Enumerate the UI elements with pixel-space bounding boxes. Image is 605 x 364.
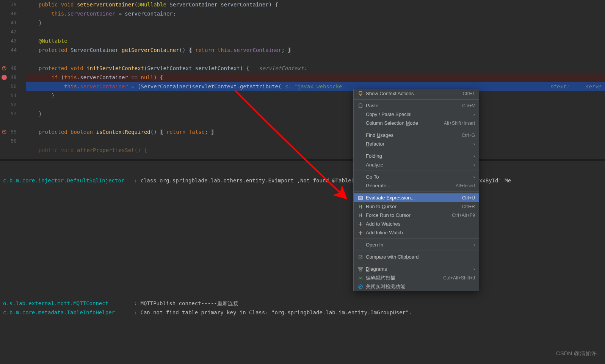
menu-item[interactable]: Find UsagesCtrl+G <box>354 131 479 140</box>
menu-item[interactable]: Open In› <box>354 240 479 249</box>
menu-item[interactable]: Show Context ActionsCtrl+1 <box>354 89 479 98</box>
code-line[interactable] <box>26 27 605 36</box>
code-line[interactable]: protected boolean isContextRequired() { … <box>26 127 605 136</box>
code-line[interactable] <box>26 136 605 146</box>
menu-item-label: Copy / Paste Special <box>366 111 470 117</box>
menu-item-label: Go To <box>366 174 470 180</box>
menu-item[interactable]: Force Run to CursorCtrl+Alt+F9 <box>354 211 479 220</box>
menu-item-shortcut: Ctrl+V <box>462 103 475 108</box>
menu-item[interactable]: Generate...Alt+Insert <box>354 181 479 190</box>
menu-item-shortcut: Ctrl+G <box>462 133 475 138</box>
code-line[interactable]: } <box>26 91 605 100</box>
menu-item[interactable]: Run to CursorCtrl+R <box>354 202 479 211</box>
code-area[interactable]: public void setServerContainer(@Nullable… <box>26 0 605 159</box>
svg-rect-17 <box>361 267 362 268</box>
menu-item[interactable]: 编码规约扫描Ctrl+Alt+Shift+J <box>354 273 479 282</box>
submenu-arrow-icon: › <box>473 153 475 159</box>
code-line[interactable] <box>26 55 605 64</box>
menu-item-label: Paste <box>366 103 458 108</box>
menu-item[interactable]: Evaluate Expression...Ctrl+U <box>354 193 479 202</box>
menu-item[interactable]: Analyze› <box>354 160 479 169</box>
code-line[interactable]: public void afterPropertiesSet() { <box>26 146 605 155</box>
selected-code-line[interactable]: this.serverContainer = (ServerContainer)… <box>26 82 605 91</box>
code-line[interactable]: protected void initServletContext(Servle… <box>26 64 605 73</box>
console-line: c.b.m.core.metadata.TableInfoHelper : Ca… <box>3 308 602 317</box>
menu-separator <box>354 150 479 150</box>
menu-separator <box>354 263 479 263</box>
line-number: 50 <box>0 82 26 91</box>
code-line[interactable] <box>26 100 605 109</box>
menu-item[interactable]: Go To› <box>354 173 479 181</box>
submenu-arrow-icon: › <box>473 111 475 117</box>
menu-item-shortcut: Alt+Shift+Insert <box>444 121 475 126</box>
menu-item[interactable]: Add Inline Watch <box>354 228 479 237</box>
menu-separator <box>354 251 479 251</box>
code-line[interactable]: if (this.serverContainer == null) { <box>26 73 605 82</box>
clip-icon <box>357 254 364 260</box>
menu-item-shortcut: Alt+Insert <box>456 183 475 188</box>
code-line[interactable] <box>26 118 605 127</box>
code-line[interactable]: public void setServerContainer(@Nullable… <box>26 0 605 9</box>
menu-item-label: Folding <box>366 153 470 159</box>
svg-rect-13 <box>361 205 362 209</box>
console-line: o.s.lab.external.mqtt.MQTTConnect : MQTT… <box>3 299 602 308</box>
code-line[interactable]: protected ServerContainer getServerConta… <box>26 46 605 55</box>
context-menu[interactable]: Show Context ActionsCtrl+1PasteCtrl+VCop… <box>353 89 479 291</box>
menu-item-label: 关闭实时检测功能 <box>366 283 475 290</box>
console-line: c.b.m.core.injector.DefaultSqlInjector :… <box>3 176 602 185</box>
menu-item-label: Open In <box>366 242 470 248</box>
line-number <box>0 118 26 127</box>
menu-item-label: Generate... <box>366 183 451 188</box>
blank-icon <box>357 242 364 248</box>
svg-rect-6 <box>359 196 362 197</box>
svg-point-12 <box>361 199 362 199</box>
menu-item-shortcut: Ctrl+Alt+F9 <box>452 213 475 218</box>
menu-item[interactable]: Refactor› <box>354 140 479 148</box>
blank-icon <box>357 132 364 138</box>
diag-icon <box>357 266 364 272</box>
blank-icon <box>357 120 364 126</box>
svg-rect-14 <box>361 213 362 217</box>
code-line[interactable]: this.serverContainer = serverContainer; <box>26 9 605 18</box>
line-number: 41 <box>0 18 26 27</box>
line-number: 43 <box>0 36 26 46</box>
menu-item[interactable]: Column Selection ModeAlt+Shift+Insert <box>354 119 479 127</box>
menu-item[interactable]: Compare with Clipboard <box>354 253 479 261</box>
line-number: 52 <box>0 100 26 109</box>
line-number: 39 <box>0 0 26 9</box>
console-panel[interactable]: c.b.m.core.injector.DefaultSqlInjector :… <box>0 161 605 364</box>
menu-item-shortcut: Ctrl+U <box>462 195 475 201</box>
menu-item-label: Show Context Actions <box>366 91 458 96</box>
menu-item-label: Run to Cursor <box>366 204 458 209</box>
menu-item-label: Evaluate Expression... <box>366 195 458 201</box>
blank-icon <box>357 141 364 147</box>
code-editor[interactable]: 39 40 41 42 43 44 48 49 50 51 52 53 55 5… <box>0 0 605 159</box>
code-line[interactable]: @Nullable <box>26 36 605 46</box>
line-number: 51 <box>0 91 26 100</box>
menu-item[interactable]: Copy / Paste Special› <box>354 110 479 119</box>
breakpoint-icon[interactable] <box>2 75 7 80</box>
line-number <box>0 55 26 64</box>
menu-item-label: Refactor <box>366 141 470 147</box>
calc-icon <box>357 195 364 201</box>
menu-item[interactable]: PasteCtrl+V <box>354 101 479 110</box>
svg-point-11 <box>360 199 361 199</box>
code-line[interactable]: } <box>26 109 605 118</box>
code-line[interactable]: } <box>26 18 605 27</box>
svg-point-7 <box>359 198 360 199</box>
menu-item[interactable]: Folding› <box>354 152 479 160</box>
menu-separator <box>354 171 479 171</box>
line-number: 53 <box>0 109 26 118</box>
menu-item-shortcut: Ctrl+R <box>462 204 475 209</box>
stop-icon <box>357 284 364 290</box>
menu-item-label: Find Usages <box>366 132 457 138</box>
menu-separator <box>354 238 479 239</box>
menu-separator <box>354 129 479 129</box>
menu-item[interactable]: Add to Watches <box>354 220 479 228</box>
override-icon <box>2 129 7 135</box>
menu-item[interactable]: Diagrams› <box>354 265 479 273</box>
menu-item[interactable]: 关闭实时检测功能 <box>354 282 479 291</box>
paste-icon <box>357 103 364 109</box>
submenu-arrow-icon: › <box>473 242 475 248</box>
svg-rect-16 <box>359 267 360 268</box>
